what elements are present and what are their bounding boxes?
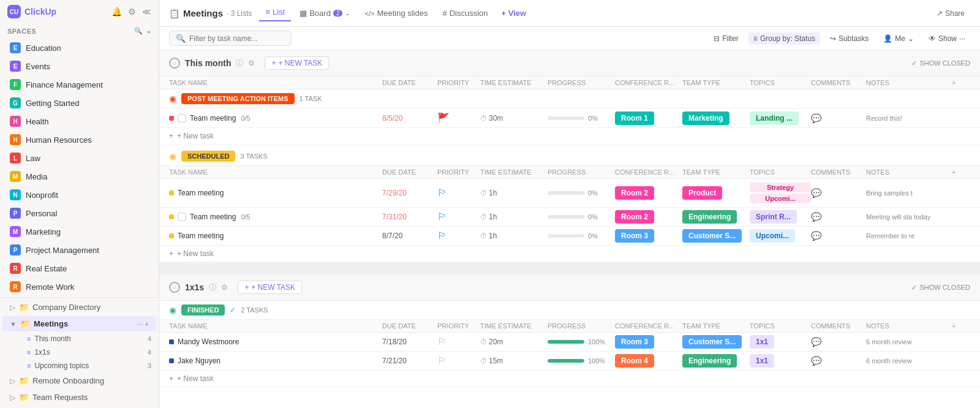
- col-add-s[interactable]: +: [952, 168, 970, 176]
- logo[interactable]: CU ClickUp: [7, 5, 56, 18]
- sidebar-item-health[interactable]: H Health: [2, 113, 156, 130]
- sidebar-item-media[interactable]: M Media: [2, 168, 156, 185]
- comment-s3[interactable]: 💬: [811, 231, 866, 241]
- share-button[interactable]: ↗ Share: [931, 6, 970, 21]
- sub-item-this-month[interactable]: ≡ This month 4: [0, 332, 159, 346]
- comment-jake[interactable]: 💬: [811, 356, 866, 366]
- show-button[interactable]: 👁 Show ···: [924, 32, 970, 45]
- sidebar-item-finance[interactable]: F Finance Management: [2, 76, 156, 93]
- filter-button[interactable]: ⊟ Filter: [709, 32, 744, 45]
- show-closed-label-this-month: SHOW CLOSED: [919, 59, 970, 67]
- col-time-est-s: TIME ESTIMATE: [480, 168, 548, 176]
- show-closed-this-month[interactable]: ✓ SHOW CLOSED: [911, 59, 970, 67]
- new-task-row-post-meeting[interactable]: + + New task: [159, 128, 980, 145]
- logo-text: ClickUp: [24, 7, 56, 17]
- topic-badge-s1a: Strategy: [750, 183, 811, 192]
- col-add[interactable]: +: [952, 79, 970, 86]
- avatar-nonprofit: N: [10, 189, 21, 200]
- sidebar-label-nonprofit: Nonprofit: [26, 191, 58, 200]
- filter-icon: ⊟: [714, 34, 720, 43]
- task-checkbox-1[interactable]: [178, 114, 186, 123]
- task-name-1[interactable]: Team meeting: [190, 114, 236, 123]
- sidebar-item-events[interactable]: E Events: [2, 58, 156, 75]
- sub-item-1x1s[interactable]: ≡ 1x1s 4: [0, 346, 159, 359]
- board-tab-icon: ▦: [300, 9, 307, 18]
- sidebar-item-project-mgmt[interactable]: P Project Management: [2, 241, 156, 259]
- task-name-s1[interactable]: Team meeting: [178, 189, 224, 197]
- sidebar-item-law[interactable]: L Law: [2, 149, 156, 167]
- avatar-personal: P: [10, 208, 21, 219]
- new-task-row-scheduled[interactable]: + + New task: [159, 246, 980, 262]
- folder-team-requests[interactable]: ▷ 📁 Team Requests: [2, 390, 156, 405]
- search-input[interactable]: [189, 34, 275, 43]
- sidebar-item-hr[interactable]: H Human Resources: [2, 131, 156, 148]
- more-icon-meetings[interactable]: ···: [137, 320, 142, 328]
- comment-1[interactable]: 💬: [811, 113, 866, 123]
- spaces-search-icon[interactable]: 🔍: [134, 27, 143, 35]
- new-task-plus-scheduled: +: [169, 249, 173, 258]
- sidebar-item-personal[interactable]: P Personal: [2, 205, 156, 222]
- task-name-cell-mandy: Mandy Westmoore: [169, 338, 382, 346]
- task-name-s2[interactable]: Team meeting: [190, 213, 236, 221]
- sidebar-item-remote-work[interactable]: R Remote Work: [2, 278, 156, 295]
- sidebar-item-nonprofit[interactable]: N Nonprofit: [2, 186, 156, 203]
- tab-discussion[interactable]: # Discussion: [436, 6, 494, 20]
- add-view-button[interactable]: + View: [497, 6, 532, 20]
- collapse-icon[interactable]: ≪: [142, 7, 151, 17]
- folder-company-directory[interactable]: ▷ 📁 Company Directory: [2, 300, 156, 315]
- task-row-mandy: Mandy Westmoore 7/18/20 🏳 ⏱ 20m 100% Roo…: [159, 333, 980, 352]
- comment-s2[interactable]: 💬: [811, 212, 866, 222]
- task-name-mandy[interactable]: Mandy Westmoore: [178, 338, 239, 346]
- page-subtitle: · 3 Lists: [227, 9, 252, 18]
- team-badge-s1: Product: [682, 186, 722, 200]
- new-task-button-this-month[interactable]: + + NEW TASK: [265, 56, 329, 70]
- folder-remote-onboarding[interactable]: ▷ 📁 Remote Onboarding: [2, 373, 156, 388]
- list-icon-1x1s: ≡: [27, 349, 31, 356]
- col-add-f[interactable]: +: [952, 322, 970, 330]
- folder-meetings[interactable]: ▼ 📁 Meetings ··· +: [2, 316, 156, 331]
- subtasks-button[interactable]: ↪ Subtasks: [825, 32, 873, 45]
- show-closed-label-1x1s: SHOW CLOSED: [919, 284, 970, 291]
- me-button[interactable]: 👤 Me ⌄: [878, 32, 919, 45]
- board-tab-badge: 2: [333, 10, 343, 17]
- tab-list[interactable]: ≡ List: [259, 5, 291, 21]
- task-name-jake[interactable]: Jake Nguyen: [178, 357, 221, 365]
- notification-icon[interactable]: 🔔: [111, 7, 122, 17]
- finished-check-icon: ✓: [230, 306, 236, 314]
- tab-meeting-slides[interactable]: </> Meeting slides: [358, 6, 434, 20]
- comment-s1[interactable]: 💬: [811, 188, 866, 198]
- settings-icon[interactable]: ⚙: [128, 7, 136, 17]
- sub-list-count-this-month: 4: [148, 335, 151, 342]
- comment-mandy[interactable]: 💬: [811, 337, 866, 347]
- spaces-expand-icon[interactable]: ⌄: [146, 27, 152, 35]
- tab-board[interactable]: ▦ Board 2 ⌄: [293, 6, 356, 20]
- team-badge-s2: Engineering: [682, 210, 737, 224]
- folder-chevron-meetings: ▼: [10, 320, 17, 328]
- task-name-s3[interactable]: Team meeting: [178, 232, 224, 240]
- filter-search-box[interactable]: 🔍: [169, 31, 292, 46]
- sidebar-item-marketing[interactable]: M Marketing: [2, 223, 156, 240]
- new-task-row-finished[interactable]: + + New task: [159, 371, 980, 387]
- time-icon-s2: ⏱: [480, 213, 487, 221]
- sidebar-item-getting-started[interactable]: G Getting Started: [2, 94, 156, 111]
- sub-item-upcoming-topics[interactable]: ≡ Upcoming topics 3: [0, 359, 159, 372]
- add-icon-meetings[interactable]: +: [145, 320, 149, 328]
- task-name-cell-s2: Team meeting 0/5: [169, 213, 382, 221]
- section-settings-icon-1x1s[interactable]: ⚙: [221, 283, 228, 292]
- task-checkbox-s2[interactable]: [178, 213, 186, 221]
- new-task-button-1x1s[interactable]: + + NEW TASK: [238, 281, 302, 294]
- room-badge-1: Room 1: [615, 111, 654, 125]
- col-task-name-s: TASK NAME: [169, 168, 382, 176]
- new-task-plus-finished: +: [169, 374, 173, 383]
- new-task-plus-icon-1x1s: +: [244, 283, 249, 292]
- section-settings-icon[interactable]: ⚙: [248, 59, 255, 67]
- sidebar-icon-group: 🔔 ⚙ ≪: [111, 7, 151, 17]
- sidebar-item-real-estate[interactable]: R Real Estate: [2, 260, 156, 277]
- show-closed-1x1s[interactable]: ✓ SHOW CLOSED: [911, 284, 970, 292]
- groupby-button[interactable]: ≡ Group by: Status: [748, 32, 820, 45]
- slides-tab-label: Meeting slides: [377, 9, 428, 18]
- avatar-real-estate: R: [10, 263, 21, 274]
- avatar-events: E: [10, 61, 21, 72]
- sidebar-item-education[interactable]: E Education: [2, 39, 156, 56]
- room-badge-jake: Room 4: [615, 354, 654, 368]
